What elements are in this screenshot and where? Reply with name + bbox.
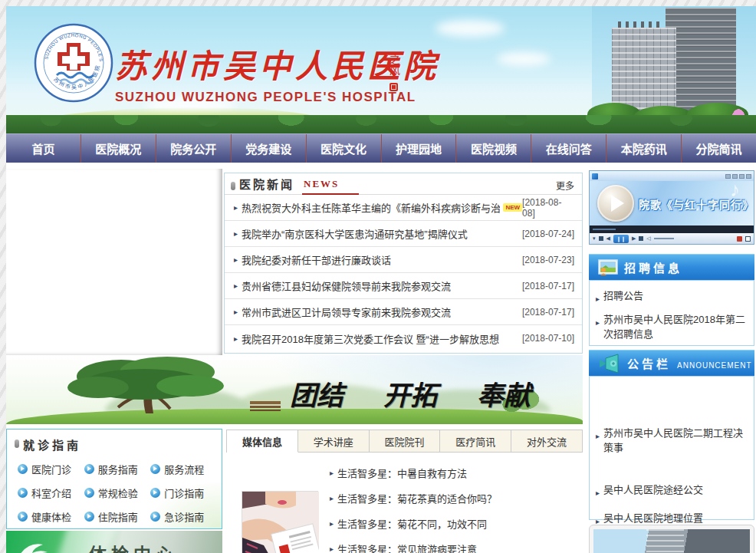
bird-logo-icon (15, 537, 52, 553)
calligraphy-signature: 之风 (388, 54, 399, 75)
volume-icon[interactable]: ◁ (646, 235, 650, 242)
media-item: ▸ 生活智多星：菊花不同，功效不同 (330, 511, 583, 536)
cloud-decoration (436, 20, 505, 37)
guide-link-outpatient[interactable]: 医院门诊 (18, 457, 84, 481)
checkup-banner[interactable]: 体检中心 (6, 531, 222, 553)
recruit-header: 招聘信息 (589, 254, 754, 280)
news-header: 医院新闻 NEWS 更多 (225, 173, 582, 195)
nav-item-hospital-affairs[interactable]: 院务公开 (156, 134, 232, 163)
announcement-item: ▸ 苏州市吴中人民医院二期工程决策事 (596, 426, 748, 455)
record-icon[interactable] (737, 236, 742, 242)
image-carousel-placeholder[interactable] (6, 169, 222, 355)
playlist-button[interactable] (639, 236, 643, 241)
minimize-icon[interactable] (732, 174, 738, 179)
nav-item-hospital-overview[interactable]: 医院概况 (81, 134, 156, 163)
nav-item-hospital-video[interactable]: 医院视频 (456, 134, 531, 163)
intro-building-image (593, 529, 750, 553)
news-link[interactable]: 热烈祝贺大外科主任陈革华主编的《新编外科疾病诊断与治 (242, 200, 500, 215)
media-list: ▸ 生活智多星：中暑自救有方法 ▸ 生活智多星：菊花茶真的适合你吗？ ▸ 生活智… (330, 460, 583, 553)
announcement-link[interactable]: 吴中人民医院途经公交 (603, 482, 703, 497)
guide-label: 服务指南 (98, 462, 138, 476)
play-button[interactable] (597, 185, 634, 222)
news-link[interactable]: 我院召开2018年度第三次党委工作会议 暨“进一步解放思想 (242, 331, 499, 346)
stop-button[interactable] (599, 236, 603, 241)
tab-medical-briefs[interactable]: 医疗简讯 (440, 430, 511, 453)
player-viewport[interactable]: ♪ ♫ 院歌《与红十字同行》 (590, 181, 754, 225)
arrow-icon: ▸ (596, 429, 600, 443)
circle-arrow-icon (150, 488, 160, 498)
guide-link-outpatient-guide[interactable]: 门诊指南 (150, 481, 217, 505)
tab-content: ▸ 生活智多星：中暑自救有方法 ▸ 生活智多星：菊花茶真的适合你吗？ ▸ 生活智… (226, 453, 583, 553)
tab-bar: 媒体信息 学术讲座 医院院刊 医疗简讯 对外交流 (226, 430, 583, 453)
arrow-icon: ▸ (330, 494, 334, 502)
tab-media-info[interactable]: 媒体信息 (227, 430, 298, 453)
checkbox-icon[interactable] (745, 236, 751, 242)
progress-bar[interactable] (590, 225, 754, 233)
tab-hospital-journal[interactable]: 医院院刊 (370, 430, 441, 453)
hospital-intro-card[interactable]: 医院简介 (589, 525, 754, 553)
media-link[interactable]: 生活智多星：常见旅游病要注意 (337, 541, 477, 553)
media-item: ▸ 生活智多星：菊花茶真的适合你吗？ (330, 486, 583, 511)
arrow-icon: ▸ (234, 229, 238, 238)
guide-link-routine-tests[interactable]: 常规检验 (84, 481, 151, 505)
announcement-link[interactable]: 苏州市吴中人民医院二期工程决策事 (603, 426, 748, 455)
guide-header: 就诊指南 (7, 430, 222, 456)
guide-label: 门诊指南 (164, 486, 204, 500)
guide-label: 科室介绍 (31, 486, 71, 500)
guide-link-emergency-guide[interactable]: 急诊指南 (150, 505, 217, 528)
arrow-icon: ▸ (596, 514, 600, 528)
motto-word: 团结 (290, 374, 343, 413)
circle-arrow-icon (84, 512, 94, 522)
nav-item-nursing-garden[interactable]: 护理园地 (382, 134, 457, 163)
close-icon[interactable] (746, 174, 751, 179)
guide-link-inpatient-guide[interactable]: 住院指南 (84, 505, 151, 528)
guide-link-health-checkup[interactable]: 健康体检 (18, 505, 84, 528)
motto-text: 团结 开拓 奉献 (290, 374, 531, 413)
nav-item-party-building[interactable]: 党务建设 (232, 134, 307, 163)
next-button[interactable]: ▶ (632, 235, 636, 242)
motto-word: 开拓 (383, 374, 437, 413)
announcement-link[interactable]: 吴中人民医院地理位置 (603, 511, 703, 525)
media-link[interactable]: 生活智多星：中暑自救有方法 (337, 466, 467, 480)
nav-item-online-qa[interactable]: 在线问答 (531, 134, 606, 163)
recruit-link[interactable]: 招聘公告 (603, 288, 643, 303)
news-panel-title: 医院新闻 (239, 176, 294, 192)
nav-item-hospital-culture[interactable]: 医院文化 (307, 134, 382, 163)
news-row: ▸ 常州市武进区卫计局领导专家前来我院参观交流 [2018-07-17] (225, 299, 582, 325)
circle-arrow-icon (18, 512, 28, 522)
settings-icon[interactable] (725, 174, 731, 179)
tab-external-exchange[interactable]: 对外交流 (511, 430, 583, 453)
nav-item-branch-news[interactable]: 分院简讯 (682, 134, 756, 163)
options-dropdown-icon[interactable]: ▾ (593, 235, 596, 242)
guide-label: 服务流程 (164, 462, 204, 476)
guide-label: 常规检验 (98, 486, 138, 500)
news-link[interactable]: 贵州省德江县妇幼保健院领导前来我院参观交流 (242, 278, 451, 293)
guide-link-service-flow[interactable]: 服务流程 (150, 457, 217, 481)
tree-decoration (29, 357, 274, 416)
maximize-icon[interactable] (739, 174, 744, 179)
guide-grid: 医院门诊 服务指南 服务流程 科室介绍 常规检验 门诊指南 健康体检 住院指南 … (7, 456, 222, 528)
circle-arrow-icon (84, 488, 94, 498)
recruit-link[interactable]: 苏州市吴中人民医院2018年第二次招聘信息 (603, 312, 748, 341)
media-link[interactable]: 生活智多星：菊花不同，功效不同 (337, 516, 487, 531)
video-caption: 院歌《与红十字同行》 (639, 196, 754, 212)
nav-item-pharmacy-news[interactable]: 本院药讯 (606, 134, 682, 163)
recruit-item: ▸ 招聘公告 (596, 288, 748, 306)
volume-slider[interactable] (654, 238, 674, 239)
guide-link-departments[interactable]: 科室介绍 (18, 481, 84, 505)
motto-word: 奉献 (477, 374, 531, 413)
news-link[interactable]: 常州市武进区卫计局领导专家前来我院参观交流 (242, 304, 451, 319)
previous-button[interactable]: ◀ (606, 235, 610, 242)
pause-button[interactable]: ❙❙ (613, 235, 629, 243)
news-link[interactable]: 我院举办“南京医科大学医患沟通研究基地”揭牌仪式 (242, 226, 468, 241)
guide-link-service-guide[interactable]: 服务指南 (84, 457, 151, 481)
news-more-link[interactable]: 更多 (556, 179, 574, 192)
video-player[interactable]: ♪ ♫ 院歌《与红十字同行》 ▾ ◀ ❙❙ ▶ ◁ (589, 170, 754, 245)
cloud-decoration (497, 52, 551, 66)
news-date: [2018-07-17] (522, 281, 574, 291)
news-link[interactable]: 我院纪委对新任干部进行廉政谈话 (242, 252, 391, 267)
media-link[interactable]: 生活智多星：菊花茶真的适合你吗？ (337, 491, 497, 505)
nav-item-home[interactable]: 首页 (6, 134, 81, 163)
announcement-subtitle: ANNOUNCEMENT (677, 361, 752, 370)
tab-academic-lectures[interactable]: 学术讲座 (298, 430, 370, 453)
